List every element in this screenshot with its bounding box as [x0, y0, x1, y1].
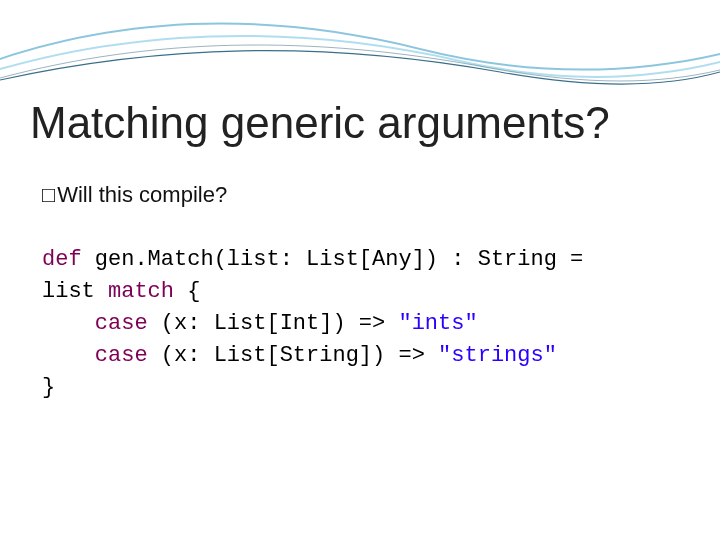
bullet-marker-icon: □ [42, 186, 55, 208]
code-string: "ints" [398, 311, 477, 336]
bullet-list: □ Will this compile? [42, 182, 682, 208]
slide-title: Matching generic arguments? [30, 98, 690, 148]
code-string: "strings" [438, 343, 557, 368]
code-keyword: def [42, 247, 82, 272]
header-swoosh-decoration [0, 0, 720, 90]
code-text [42, 311, 95, 336]
code-text: gen.Match(list: List[Any]) : String = [82, 247, 584, 272]
code-text: (x: List[Int]) => [148, 311, 399, 336]
code-text: { [174, 279, 200, 304]
code-text: } [42, 375, 55, 400]
code-keyword: case [95, 343, 148, 368]
code-text [42, 343, 95, 368]
bullet-item: □ Will this compile? [42, 182, 682, 208]
bullet-text: Will this compile? [57, 182, 227, 208]
code-block: def gen.Match(list: List[Any]) : String … [42, 244, 682, 403]
code-text: (x: List[String]) => [148, 343, 438, 368]
code-text: list [42, 279, 108, 304]
slide: Matching generic arguments? □ Will this … [0, 0, 720, 540]
code-keyword: case [95, 311, 148, 336]
code-keyword: match [108, 279, 174, 304]
